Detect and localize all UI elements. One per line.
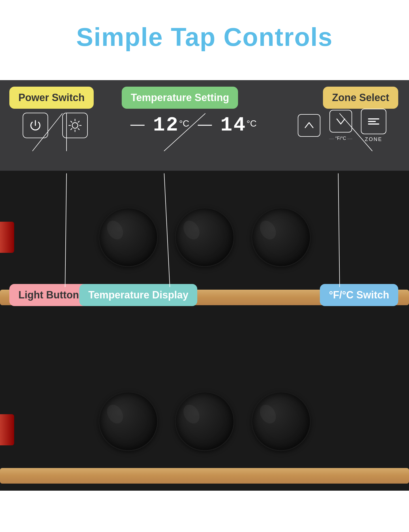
bottle-3 <box>251 208 311 267</box>
temp2-value: 14 <box>220 116 247 135</box>
bottle-6 <box>251 392 311 451</box>
bottle-2 <box>175 208 234 267</box>
zone-button[interactable] <box>361 109 386 134</box>
light-icon <box>67 117 83 134</box>
bottle-5 <box>175 392 234 451</box>
zone-line-2 <box>368 121 376 122</box>
temp-dash-left: — <box>130 116 145 132</box>
center-controls: — 12 °C — 14 °C <box>129 116 257 135</box>
zone-lines <box>368 118 379 125</box>
left-controls <box>23 113 88 138</box>
temp1-unit: °C <box>179 118 189 129</box>
arrow-up-icon <box>303 119 315 132</box>
right-controls: ····· °F/°C ····· ZONE <box>298 109 386 142</box>
bottle-1 <box>98 208 158 267</box>
bottle-bases-bottom <box>0 392 409 451</box>
down-arrow-fc-group: ····· °F/°C ····· <box>329 110 352 141</box>
svg-point-0 <box>72 123 78 128</box>
temp2-unit: °C <box>247 118 257 129</box>
shelf-2 <box>0 468 409 484</box>
temp-up-button[interactable] <box>298 114 320 137</box>
arrow-down-icon <box>335 115 347 127</box>
zone-group: ZONE <box>361 109 386 142</box>
svg-line-8 <box>71 129 72 130</box>
red-cap-bottom <box>0 414 14 445</box>
light-icon-box[interactable] <box>62 113 88 138</box>
power-icon <box>28 118 43 133</box>
temp1-display: 12 °C <box>153 116 189 135</box>
svg-line-5 <box>71 121 72 122</box>
control-panel: — 12 °C — 14 °C <box>0 80 409 171</box>
temp-dash-right: — <box>198 116 212 132</box>
shelf-1 <box>0 290 409 305</box>
fc-indicator: ····· °F/°C ····· <box>329 136 352 141</box>
appliance-section: — 12 °C — 14 °C <box>0 80 409 491</box>
controls-inner: — 12 °C — 14 °C <box>0 109 409 142</box>
red-cap-top <box>0 222 14 253</box>
zone-line-3 <box>368 123 379 125</box>
zone-line-1 <box>368 118 379 119</box>
page-title-section: Simple Tap Controls <box>0 0 409 63</box>
page-title: Simple Tap Controls <box>0 23 409 52</box>
temp1-value: 12 <box>153 116 179 135</box>
bottle-bases-top <box>0 208 409 267</box>
bottles-area <box>0 171 409 491</box>
bottle-4 <box>98 392 158 451</box>
svg-line-6 <box>78 129 79 130</box>
power-icon-box[interactable] <box>23 113 48 138</box>
temp-down-button[interactable] <box>329 110 352 133</box>
svg-line-7 <box>78 121 79 122</box>
temp2-display: 14 °C <box>220 116 257 135</box>
zone-label: ZONE <box>365 136 382 142</box>
